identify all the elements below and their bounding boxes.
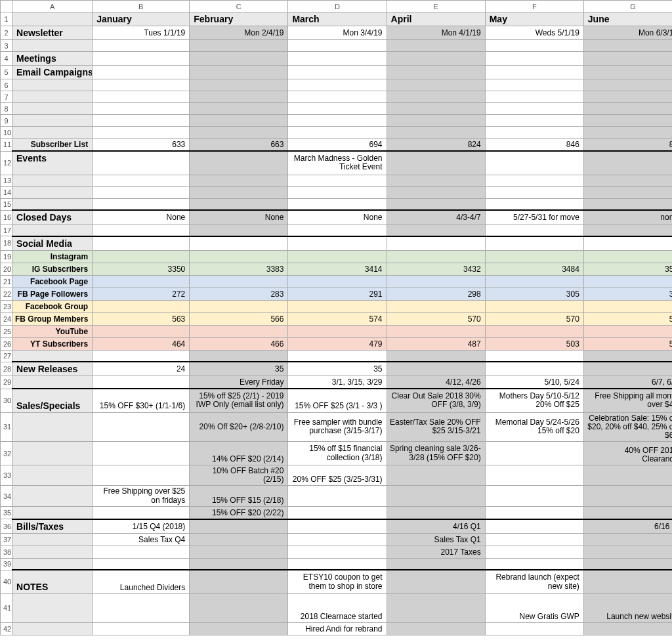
month-may[interactable]: May [485,12,583,26]
cell[interactable] [387,127,485,139]
cell[interactable]: 846 [485,139,583,152]
row-5[interactable]: 5 [1,66,12,79]
cell[interactable] [190,593,288,622]
cell[interactable]: none [583,210,672,225]
cell[interactable] [93,300,190,312]
cell[interactable] [93,66,190,79]
cell[interactable] [485,519,583,534]
cell[interactable] [485,250,583,263]
row-15[interactable]: 15 [1,198,12,210]
cell[interactable]: Celebration Sale: 15% off $20, 20% off $… [583,412,672,442]
cell[interactable] [583,465,672,486]
cell[interactable]: 570 [387,312,485,325]
row-17[interactable]: 17 [1,225,12,236]
cell[interactable] [387,465,485,486]
cell[interactable]: 51 [583,337,672,350]
row-35[interactable]: 35 [1,506,12,519]
row-12[interactable]: 12 [1,151,12,175]
cell[interactable] [93,593,190,622]
cell[interactable]: 4/3-4/7 [387,210,485,225]
cell[interactable]: 58 [583,312,672,325]
cell[interactable]: 35 [190,362,288,376]
label-bills-taxes[interactable]: Bills/Taxes [12,519,93,534]
cell[interactable]: 466 [190,337,288,350]
month-feb[interactable]: February [190,12,288,26]
row-11[interactable]: 11 [1,139,12,152]
cell[interactable]: 479 [288,337,387,350]
cell[interactable] [485,127,583,139]
cell[interactable]: Mon 6/3/19 [583,26,672,40]
row-42[interactable]: 42 [1,622,12,635]
cell[interactable] [12,186,93,198]
cell[interactable]: 20% Off $20+ (2/8-2/10) [190,412,288,442]
cell[interactable]: Rebrand launch (expect new site) [485,570,583,593]
col-C[interactable]: C [190,1,288,12]
cell[interactable] [288,275,387,288]
row-3[interactable]: 3 [1,40,12,52]
label-meetings[interactable]: Meetings [12,52,93,66]
row-33[interactable]: 33 [1,465,12,486]
row-6[interactable]: 6 [1,79,12,91]
cell[interactable]: 570 [485,312,583,325]
cell[interactable] [190,546,288,558]
row-39[interactable]: 39 [1,558,12,570]
cell[interactable] [190,570,288,593]
row-29[interactable]: 29 [1,376,12,389]
cell[interactable] [583,506,672,519]
spreadsheet[interactable]: A B C D E F G 1 January February March A… [0,0,672,644]
cell[interactable]: 298 [387,288,485,300]
cell[interactable] [12,103,93,115]
cell[interactable] [12,593,93,622]
cell[interactable] [387,593,485,622]
row-16[interactable]: 16 [1,210,12,225]
row-24[interactable]: 24 [1,312,12,325]
cell[interactable] [190,40,288,52]
cell[interactable]: 15% OFF $25 (3/1 - 3/3 ) [288,389,387,412]
cell[interactable]: 2018 Clearnace started [288,593,387,622]
cell[interactable] [190,103,288,115]
cell[interactable] [12,558,93,570]
cell[interactable]: Mon 2/4/19 [190,26,288,40]
label-fb-group-members[interactable]: FB Group Members [12,312,93,325]
cell[interactable]: 4/12, 4/26 [387,376,485,389]
col-A[interactable]: A [12,1,93,12]
cell[interactable] [387,225,485,236]
cell[interactable]: 24 [93,362,190,376]
grid[interactable]: A B C D E F G 1 January February March A… [0,0,672,635]
cell[interactable] [485,486,583,506]
cell[interactable] [387,300,485,312]
cell[interactable]: 3414 [288,263,387,275]
cell[interactable] [288,198,387,210]
cell[interactable]: 1/15 Q4 (2018) [93,519,190,534]
cell[interactable] [485,442,583,465]
cell[interactable] [485,622,583,635]
cell[interactable] [485,52,583,66]
cell[interactable]: Free sampler with bundle purchase (3/15-… [288,412,387,442]
cell[interactable] [485,91,583,103]
cell[interactable] [387,40,485,52]
cell[interactable] [387,79,485,91]
col-G[interactable]: G [583,1,672,12]
cell[interactable] [583,362,672,376]
cell[interactable] [190,186,288,198]
row-34[interactable]: 34 [1,486,12,506]
cell[interactable] [12,40,93,52]
label-notes[interactable]: NOTES [12,570,93,593]
cell[interactable] [93,250,190,263]
cell[interactable] [12,442,93,465]
row-14[interactable]: 14 [1,186,12,198]
cell[interactable] [485,546,583,558]
cell[interactable] [190,350,288,362]
cell[interactable]: 6/16 Q [583,519,672,534]
cell[interactable]: 272 [93,288,190,300]
cell[interactable]: 35 [288,362,387,376]
cell[interactable] [288,91,387,103]
row-23[interactable]: 23 [1,300,12,312]
cell[interactable] [93,79,190,91]
cell[interactable] [583,275,672,288]
cell[interactable] [387,486,485,506]
cell[interactable] [583,175,672,186]
cell[interactable] [12,115,93,127]
cell[interactable]: 352 [583,263,672,275]
cell[interactable] [583,186,672,198]
